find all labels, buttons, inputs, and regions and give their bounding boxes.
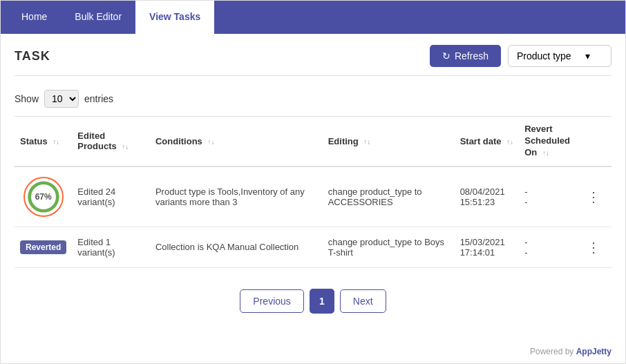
- edited-products-2: Edited 1 variant(s): [72, 227, 150, 267]
- row-menu-button-2[interactable]: ⋮: [581, 237, 606, 258]
- progress-wrapper: 67%: [23, 177, 64, 217]
- brand-label: AppJetty: [576, 347, 611, 356]
- refresh-label: Refresh: [455, 50, 489, 61]
- nav-bar: Home Bulk Editor View Tasks: [1, 1, 625, 34]
- refresh-button[interactable]: ↻ Refresh: [430, 45, 501, 67]
- sort-arrows-revert: ↑↓: [542, 149, 549, 157]
- revert-val-2b: -: [524, 247, 527, 258]
- main-content: TASK ↻ Refresh Product type ▾ Show 10 25…: [1, 34, 625, 343]
- nav-bulk-editor-label: Bulk Editor: [75, 11, 122, 22]
- entries-select[interactable]: 10 25 50: [44, 90, 79, 108]
- pagination: Previous 1 Next: [15, 282, 611, 314]
- refresh-icon: ↻: [442, 50, 450, 61]
- product-type-label: Product type: [517, 50, 571, 61]
- actions-1: ⋮: [576, 166, 611, 227]
- nav-view-tasks-label: View Tasks: [149, 11, 200, 22]
- entries-label: entries: [84, 93, 113, 104]
- table-row: 67% Edited 24 variant(s) Product type is…: [15, 166, 611, 227]
- conditions-2: Collection is KQA Manual Collection: [150, 227, 323, 267]
- sort-arrows-editing: ↑↓: [363, 138, 370, 146]
- sort-arrows-edited: ↑↓: [122, 143, 129, 151]
- reverted-badge: Reverted: [20, 240, 66, 254]
- start-date-2: 15/03/2021 17:14:01: [455, 227, 520, 267]
- time-2: 17:14:01: [460, 247, 495, 258]
- conditions-1: Product type is Tools,Inventory of any v…: [150, 166, 323, 227]
- col-conditions: Conditions ↑↓: [150, 117, 323, 166]
- progress-cell: 67%: [20, 177, 66, 217]
- task-header: TASK ↻ Refresh Product type ▾: [15, 45, 611, 76]
- product-type-dropdown[interactable]: Product type ▾: [508, 45, 611, 67]
- app-container: Home Bulk Editor View Tasks TASK ↻ Refre…: [0, 0, 626, 364]
- nav-item-bulk-editor[interactable]: Bulk Editor: [61, 1, 135, 34]
- sort-arrows-status: ↑↓: [53, 138, 59, 146]
- previous-button[interactable]: Previous: [240, 289, 303, 313]
- col-status: Status ↑↓: [15, 117, 72, 166]
- actions-2: ⋮: [576, 227, 611, 267]
- page-title: TASK: [15, 49, 50, 64]
- row-menu-button-1[interactable]: ⋮: [581, 186, 606, 207]
- nav-item-view-tasks[interactable]: View Tasks: [135, 1, 214, 34]
- col-edited-products: EditedProducts ↑↓: [72, 117, 150, 166]
- revert-val-1b: -: [524, 197, 527, 207]
- col-editing: Editing ↑↓: [323, 117, 455, 166]
- revert-2: - -: [519, 227, 576, 267]
- start-date-1: 08/04/2021 15:51:23: [455, 166, 520, 227]
- powered-by-label: Powered by: [530, 347, 576, 356]
- col-actions: [576, 117, 611, 166]
- next-button[interactable]: Next: [340, 289, 386, 313]
- chevron-down-icon: ▾: [585, 50, 590, 61]
- show-entries-control: Show 10 25 50 entries: [15, 90, 611, 108]
- col-start-date: Start date ↑↓: [455, 117, 520, 166]
- revert-val-2a: -: [524, 237, 527, 247]
- show-label: Show: [15, 93, 39, 104]
- date-2: 15/03/2021: [460, 237, 505, 247]
- status-cell-1: 67%: [15, 166, 72, 227]
- page-number-1[interactable]: 1: [310, 289, 334, 314]
- sort-arrows-conditions: ↑↓: [207, 138, 214, 146]
- sort-arrows-start-date: ↑↓: [506, 138, 513, 146]
- nav-home-label: Home: [21, 11, 47, 22]
- table-row: Reverted Edited 1 variant(s) Collection …: [15, 227, 611, 267]
- header-actions: ↻ Refresh Product type ▾: [430, 45, 611, 67]
- date-1: 08/04/2021: [460, 186, 505, 197]
- editing-2: change product_type to Boys T-shirt: [323, 227, 455, 267]
- nav-item-home[interactable]: Home: [8, 1, 61, 34]
- editing-1: change product_type to ACCESSORIES: [323, 166, 455, 227]
- time-1: 15:51:23: [460, 197, 495, 207]
- col-revert-scheduled: RevertScheduledOn ↑↓: [519, 117, 576, 166]
- reverted-cell: Reverted: [20, 240, 66, 254]
- revert-1: - -: [519, 166, 576, 227]
- edited-products-1: Edited 24 variant(s): [72, 166, 150, 227]
- status-cell-2: Reverted: [15, 227, 72, 267]
- progress-label: 67%: [35, 192, 52, 202]
- footer: Powered by AppJetty: [1, 343, 625, 363]
- task-table: Status ↑↓ EditedProducts ↑↓ Conditions ↑…: [15, 116, 611, 268]
- revert-val-1a: -: [524, 186, 527, 197]
